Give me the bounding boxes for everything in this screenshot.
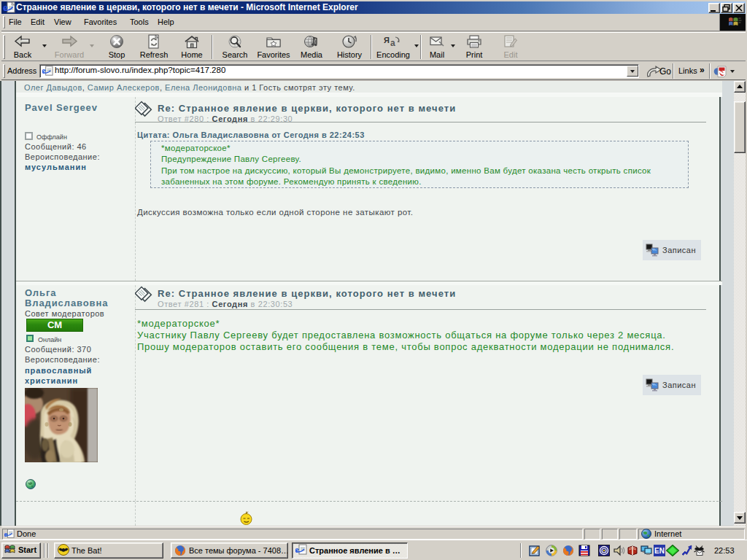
svg-text:Я: Я xyxy=(384,36,390,44)
svg-text:e: e xyxy=(295,544,299,555)
svg-text:a: a xyxy=(390,38,395,48)
svg-text:e: e xyxy=(3,1,8,13)
svg-text:e: e xyxy=(4,529,7,538)
svg-text:EN: EN xyxy=(654,547,665,555)
svg-text:e: e xyxy=(42,66,46,76)
